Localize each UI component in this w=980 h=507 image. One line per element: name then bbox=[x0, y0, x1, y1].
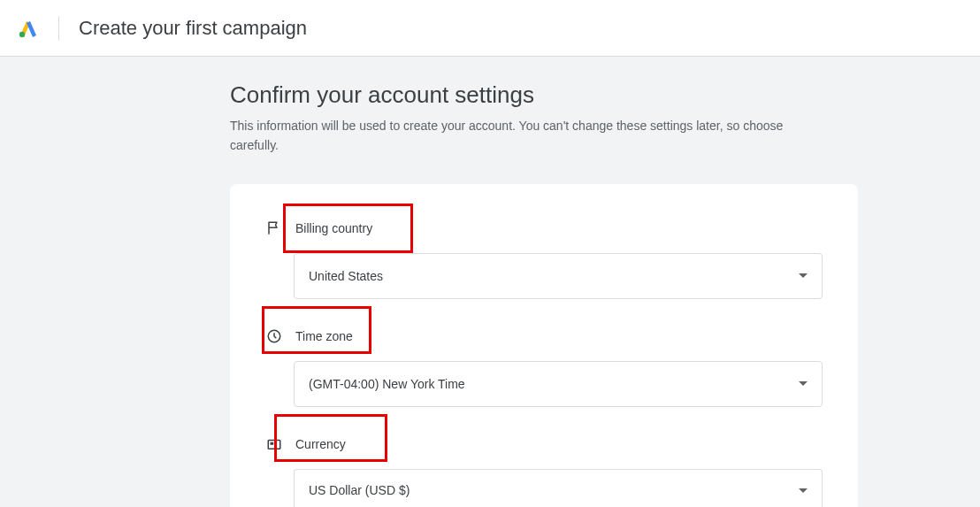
flag-icon bbox=[265, 219, 283, 237]
billing-country-label: Billing country bbox=[295, 221, 372, 235]
time-zone-group: Time zone (GMT-04:00) New York Time bbox=[265, 327, 823, 407]
billing-country-group: Billing country United States bbox=[265, 219, 823, 299]
currency-label: Currency bbox=[295, 437, 346, 451]
page-title: Confirm your account settings bbox=[230, 81, 980, 109]
svg-rect-3 bbox=[271, 442, 274, 445]
chevron-down-icon bbox=[799, 488, 808, 493]
currency-group: Currency US Dollar (USD $) bbox=[265, 435, 823, 507]
header-divider bbox=[58, 16, 59, 41]
google-ads-logo-icon bbox=[18, 18, 39, 39]
chevron-down-icon bbox=[799, 273, 808, 278]
payment-icon bbox=[265, 435, 283, 453]
billing-country-value: United States bbox=[309, 269, 383, 283]
app-header: Create your first campaign bbox=[0, 0, 980, 57]
settings-card: Billing country United States Time zone … bbox=[230, 184, 858, 507]
chevron-down-icon bbox=[799, 381, 808, 386]
currency-value: US Dollar (USD $) bbox=[309, 483, 410, 497]
time-zone-label: Time zone bbox=[295, 329, 353, 343]
page-subtitle: This information will be used to create … bbox=[230, 116, 831, 156]
content-area: Confirm your account settings This infor… bbox=[0, 57, 980, 507]
currency-dropdown[interactable]: US Dollar (USD $) bbox=[294, 469, 823, 507]
time-zone-dropdown[interactable]: (GMT-04:00) New York Time bbox=[294, 361, 823, 407]
billing-country-dropdown[interactable]: United States bbox=[294, 253, 823, 299]
time-zone-value: (GMT-04:00) New York Time bbox=[309, 377, 465, 391]
svg-point-0 bbox=[19, 31, 25, 36]
svg-rect-2 bbox=[268, 440, 280, 449]
header-title: Create your first campaign bbox=[79, 17, 307, 40]
clock-icon bbox=[265, 327, 283, 345]
